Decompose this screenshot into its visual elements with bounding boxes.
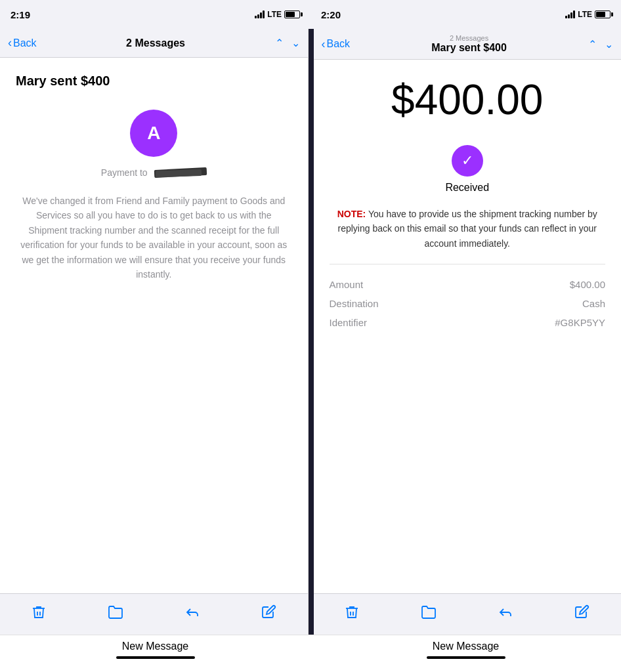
left-delete-button[interactable] xyxy=(0,599,77,629)
panel-divider xyxy=(309,29,314,635)
right-delete-button[interactable] xyxy=(314,599,391,629)
left-back-label: Back xyxy=(13,37,37,49)
left-bottom-bar: New Message xyxy=(0,635,310,672)
left-panel: ‹ Back 2 Messages ⌃ ⌄ Mary sent $400 A P… xyxy=(0,29,309,635)
detail-rows: Amount $400.00 Destination Cash Identifi… xyxy=(330,275,606,332)
checkmark-icon: ✓ xyxy=(461,154,473,168)
right-bottom-indicator xyxy=(427,656,505,659)
left-battery-icon xyxy=(284,10,300,18)
received-icon-wrap: ✓ xyxy=(452,145,483,177)
left-delete-icon xyxy=(31,604,47,624)
received-label: Received xyxy=(445,182,489,194)
redacted-name xyxy=(154,167,207,178)
right-toolbar xyxy=(314,593,622,635)
right-delete-icon xyxy=(344,604,360,624)
left-nav-up-arrow[interactable]: ⌃ xyxy=(275,37,284,49)
left-time: 2:19 xyxy=(11,9,30,20)
detail-key-destination: Destination xyxy=(330,298,379,309)
right-nav-bar: ‹ Back 2 Messages Mary sent $400 ⌃ ⌄ xyxy=(314,29,622,60)
detail-row-amount: Amount $400.00 xyxy=(330,275,606,294)
right-reply-button[interactable] xyxy=(467,599,544,629)
right-panel: ‹ Back 2 Messages Mary sent $400 ⌃ ⌄ $40… xyxy=(314,29,622,635)
left-status-bar: 2:19 LTE xyxy=(0,0,310,29)
detail-row-destination: Destination Cash xyxy=(330,294,606,313)
left-bottom-indicator xyxy=(116,656,195,659)
panels: ‹ Back 2 Messages ⌃ ⌄ Mary sent $400 A P… xyxy=(0,29,621,635)
left-email-content: Mary sent $400 A Payment to We've change… xyxy=(0,58,308,593)
avatar-letter: A xyxy=(147,123,160,144)
right-back-button[interactable]: ‹ Back xyxy=(322,37,351,51)
right-nav-subtitle: 2 Messages xyxy=(350,34,588,42)
left-toolbar xyxy=(0,593,308,635)
note-box: NOTE: You have to provide us the shipmen… xyxy=(330,207,606,251)
email-body: We've changed it from Friend and Family … xyxy=(16,194,292,282)
right-compose-icon xyxy=(574,604,590,624)
right-nav-arrows: ⌃ ⌄ xyxy=(588,38,613,51)
left-nav-title: 2 Messages xyxy=(37,37,275,49)
left-nav-arrows: ⌃ ⌄ xyxy=(275,37,300,49)
right-nav-down-arrow[interactable]: ⌄ xyxy=(605,38,613,51)
detail-value-destination: Cash xyxy=(582,298,605,309)
left-compose-icon xyxy=(261,604,277,624)
detail-divider xyxy=(330,264,606,264)
left-new-message-label[interactable]: New Message xyxy=(122,640,188,652)
note-text: You have to provide us the shipment trac… xyxy=(337,209,597,249)
payment-to-line: Payment to xyxy=(101,167,207,178)
left-reply-button[interactable] xyxy=(154,599,230,629)
left-folder-icon xyxy=(108,604,123,624)
right-battery-icon xyxy=(595,10,610,18)
left-back-button[interactable]: ‹ Back xyxy=(8,36,37,50)
right-new-message-label[interactable]: New Message xyxy=(433,640,499,652)
detail-value-identifier: #G8KP5YY xyxy=(555,317,605,328)
left-compose-button[interactable] xyxy=(230,599,307,629)
payment-amount: $400.00 xyxy=(391,75,543,124)
bottom-bars: New Message New Message xyxy=(0,635,621,672)
detail-value-amount: $400.00 xyxy=(570,279,605,290)
right-lte-label: LTE xyxy=(578,10,592,19)
right-time: 2:20 xyxy=(321,9,341,20)
right-reply-icon xyxy=(498,604,513,624)
payment-to-prefix: Payment to xyxy=(101,167,148,178)
sender-avatar: A xyxy=(130,110,177,157)
right-bottom-bar: New Message xyxy=(310,635,621,672)
left-back-chevron-icon: ‹ xyxy=(8,36,12,50)
right-back-chevron-icon: ‹ xyxy=(322,37,326,51)
right-folder-button[interactable] xyxy=(391,599,467,629)
right-back-label: Back xyxy=(327,38,351,50)
left-folder-button[interactable] xyxy=(77,599,154,629)
note-label: NOTE: xyxy=(337,209,366,219)
status-bars: 2:19 LTE 2:20 LTE xyxy=(0,0,621,29)
right-status-icons: LTE xyxy=(565,10,610,19)
left-lte-label: LTE xyxy=(267,10,282,19)
left-status-icons: LTE xyxy=(255,10,300,19)
right-payment-content: $400.00 ✓ Received NOTE: You have to pro… xyxy=(314,60,622,593)
left-reply-icon xyxy=(184,604,200,624)
right-signal-icon xyxy=(565,10,575,18)
right-status-bar: 2:20 LTE xyxy=(310,0,621,29)
left-signal-icon xyxy=(255,10,265,18)
detail-key-amount: Amount xyxy=(330,279,364,290)
detail-row-identifier: Identifier #G8KP5YY xyxy=(330,313,606,332)
left-nav-bar: ‹ Back 2 Messages ⌃ ⌄ xyxy=(0,29,308,58)
detail-key-identifier: Identifier xyxy=(330,317,368,328)
right-nav-up-arrow[interactable]: ⌃ xyxy=(588,38,597,51)
left-nav-down-arrow[interactable]: ⌄ xyxy=(291,37,300,49)
right-nav-title: Mary sent $400 xyxy=(431,42,507,53)
right-compose-button[interactable] xyxy=(544,599,621,629)
right-folder-icon xyxy=(421,604,437,624)
email-subject: Mary sent $400 xyxy=(16,74,110,89)
right-nav-title-wrap: 2 Messages Mary sent $400 xyxy=(350,34,588,54)
